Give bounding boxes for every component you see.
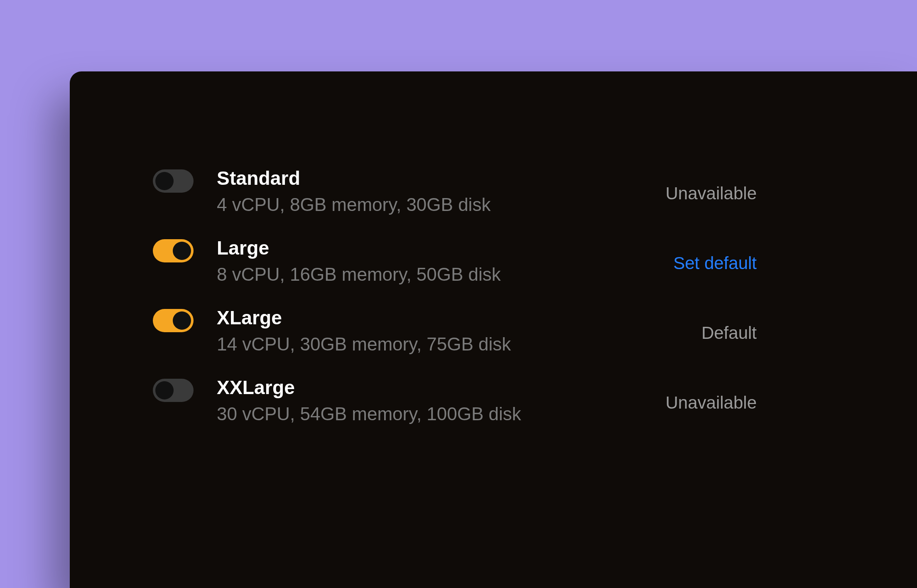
option-info: Standard 4 vCPU, 8GB memory, 30GB disk <box>217 167 615 215</box>
option-specs: 30 vCPU, 54GB memory, 100GB disk <box>217 404 615 424</box>
settings-panel: Standard 4 vCPU, 8GB memory, 30GB disk U… <box>70 71 917 588</box>
option-status: Unavailable <box>615 376 773 413</box>
option-row-xxlarge: XXLarge 30 vCPU, 54GB memory, 100GB disk… <box>70 376 917 446</box>
toggle-knob <box>173 242 191 260</box>
option-row-standard: Standard 4 vCPU, 8GB memory, 30GB disk U… <box>70 167 917 237</box>
toggle-knob <box>155 381 174 399</box>
option-info: Large 8 vCPU, 16GB memory, 50GB disk <box>217 237 615 285</box>
option-name: XLarge <box>217 306 615 329</box>
option-info: XLarge 14 vCPU, 30GB memory, 75GB disk <box>217 306 615 355</box>
toggle-knob <box>173 311 191 330</box>
option-status: Unavailable <box>615 167 773 203</box>
set-default-button[interactable]: Set default <box>615 237 773 273</box>
toggle-knob <box>155 172 174 190</box>
toggle-xxlarge[interactable] <box>153 379 194 402</box>
toggle-standard[interactable] <box>153 169 194 193</box>
option-row-xlarge: XLarge 14 vCPU, 30GB memory, 75GB disk D… <box>70 306 917 376</box>
option-info: XXLarge 30 vCPU, 54GB memory, 100GB disk <box>217 376 615 424</box>
option-name: Standard <box>217 167 615 189</box>
option-specs: 4 vCPU, 8GB memory, 30GB disk <box>217 194 615 215</box>
option-status: Default <box>615 306 773 343</box>
machine-options-list: Standard 4 vCPU, 8GB memory, 30GB disk U… <box>70 167 917 446</box>
option-specs: 14 vCPU, 30GB memory, 75GB disk <box>217 334 615 355</box>
toggle-large[interactable] <box>153 239 194 262</box>
option-row-large: Large 8 vCPU, 16GB memory, 50GB disk Set… <box>70 237 917 306</box>
toggle-xlarge[interactable] <box>153 309 194 332</box>
option-name: XXLarge <box>217 376 615 399</box>
option-specs: 8 vCPU, 16GB memory, 50GB disk <box>217 264 615 285</box>
option-name: Large <box>217 237 615 259</box>
